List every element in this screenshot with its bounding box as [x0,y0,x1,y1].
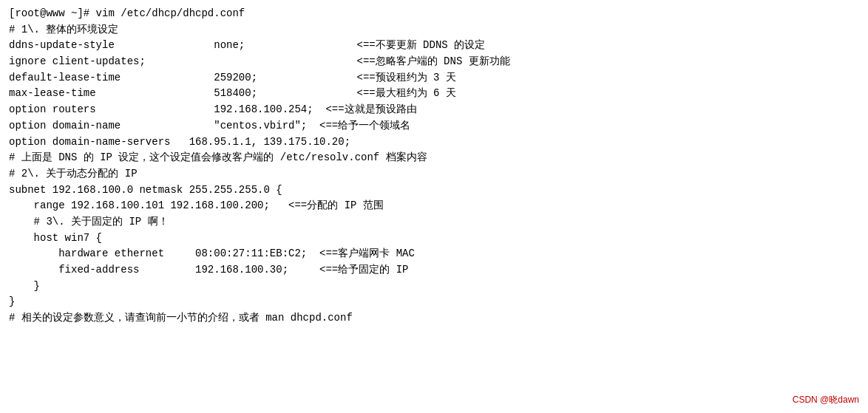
code-line: hardware ethernet 08:00:27:11:EB:C2; <==… [9,246,859,262]
code-content: [root@www ~]# vim /etc/dhcp/dhcpd.conf# … [9,6,859,327]
code-line: host win7 { [9,231,859,247]
code-line: # 相关的设定参数意义，请查询前一小节的介绍，或者 man dhcpd.conf [9,310,859,327]
code-line: # 上面是 DNS 的 IP 设定，这个设定值会修改客户端的 /etc/reso… [9,150,859,166]
code-line: option domain-name "centos.vbird"; <==给予… [9,118,859,134]
code-line: fixed-address 192.168.100.30; <==给予固定的 I… [9,262,859,279]
watermark: CSDN @晓dawn [793,393,859,407]
code-line: range 192.168.100.101 192.168.100.200; <… [9,198,859,214]
code-line: } [9,294,859,310]
code-line: # 1\. 整体的环境设定 [9,22,859,38]
code-line: # 2\. 关于动态分配的 IP [9,166,859,182]
code-line: ddns-update-style none; <==不要更新 DDNS 的设定 [9,38,859,54]
code-line: [root@www ~]# vim /etc/dhcp/dhcpd.conf [9,6,859,22]
terminal-window: [root@www ~]# vim /etc/dhcp/dhcpd.conf# … [0,0,868,413]
code-line: option domain-name-servers 168.95.1.1, 1… [9,134,859,151]
code-line: option routers 192.168.100.254; <==这就是预设… [9,102,859,118]
code-line: ignore client-updates; <==忽略客户端的 DNS 更新功… [9,54,859,70]
code-line: # 3\. 关于固定的 IP 啊！ [9,214,859,231]
code-line: max-lease-time 518400; <==最大租约为 6 天 [9,86,859,102]
code-line: subnet 192.168.100.0 netmask 255.255.255… [9,182,859,199]
code-line: default-lease-time 259200; <==预设租约为 3 天 [9,70,859,86]
code-line: } [9,279,859,295]
